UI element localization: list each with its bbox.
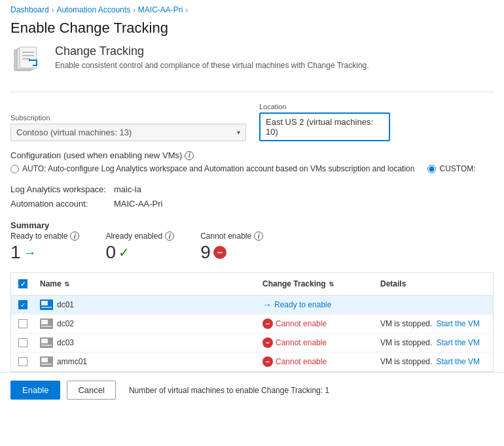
breadcrumb: Dashboard › Automation Accounts › MAIC-A…: [0, 0, 504, 17]
automation-account-label: Automation account:: [10, 197, 109, 211]
row2-tracking-cell: − Cannot enable: [257, 315, 375, 333]
feature-title: Change Tracking: [55, 44, 369, 58]
row2-block-icon: −: [262, 318, 273, 329]
location-dropdown[interactable]: East US 2 (virtual machines: 10): [259, 112, 390, 141]
footer: Enable Cancel Number of virtual machines…: [0, 372, 504, 407]
enabled-info-icon[interactable]: i: [165, 232, 174, 241]
row4-checkbox-cell[interactable]: [11, 353, 35, 370]
table-row: dc03 − Cannot enable VM is stopped. Star…: [11, 334, 493, 352]
workspace-info: Log Analytics workspace: maic-la Automat…: [10, 182, 494, 211]
log-analytics-row: Log Analytics workspace: maic-la: [10, 182, 494, 197]
row1-name: dc01: [57, 300, 74, 309]
feature-description: Enable consistent control and compliance…: [55, 61, 369, 70]
row2-checkbox-cell[interactable]: [11, 315, 35, 332]
log-analytics-label: Log Analytics workspace:: [10, 182, 109, 197]
radio-auto-label: AUTO: Auto-configure Log Analytics works…: [22, 164, 414, 173]
ready-info-icon[interactable]: i: [70, 232, 79, 241]
enabled-check-icon: ✓: [118, 245, 130, 260]
summary-title: Summary: [10, 220, 494, 230]
table-row: dc01 → Ready to enable: [11, 296, 493, 315]
radio-custom[interactable]: CUSTOM:: [427, 164, 475, 173]
breadcrumb-maic[interactable]: MAIC-AA-Pri: [138, 5, 183, 14]
row1-tracking-status: Ready to enable: [274, 300, 331, 309]
row4-vm-icon: [40, 356, 53, 367]
cannot-block-icon: −: [213, 246, 226, 259]
location-label: Location: [259, 103, 390, 111]
radio-custom-input[interactable]: [427, 165, 436, 173]
row2-tracking-status: Cannot enable: [276, 319, 327, 328]
row1-checkbox-cell[interactable]: [11, 296, 35, 313]
row3-checkbox[interactable]: [18, 338, 27, 347]
location-group: Location East US 2 (virtual machines: 10…: [259, 103, 390, 141]
select-all-header[interactable]: [11, 277, 35, 291]
summary-card-cannot: Cannot enable i 9 −: [200, 232, 263, 263]
location-value: East US 2 (virtual machines: 10): [266, 117, 384, 137]
row2-checkbox[interactable]: [18, 319, 27, 328]
row1-details-cell: [375, 301, 493, 309]
row4-details: VM is stopped.: [380, 357, 432, 366]
row2-details-cell: VM is stopped. Start the VM: [375, 315, 493, 332]
row2-vm-icon: [40, 318, 53, 329]
svg-rect-12: [41, 326, 52, 327]
breadcrumb-sep-2: ›: [133, 6, 135, 14]
page-title: Enable Change Tracking: [0, 17, 504, 44]
radio-auto[interactable]: AUTO: Auto-configure Log Analytics works…: [10, 164, 414, 173]
svg-rect-17: [41, 358, 48, 362]
subscription-dropdown[interactable]: Contoso (virtual machines: 13) ▾: [10, 124, 246, 141]
header-text: Change Tracking Enable consistent contro…: [55, 44, 369, 70]
vm-table: Name ⇅ Change Tracking ⇅ Details: [10, 272, 494, 372]
config-radio-row: AUTO: Auto-configure Log Analytics works…: [10, 164, 494, 173]
enabled-value: 0 ✓: [105, 242, 174, 263]
ready-arrow-icon: →: [24, 245, 37, 260]
svg-rect-9: [41, 307, 52, 308]
select-all-checkbox[interactable]: [18, 279, 27, 288]
table-row: dc02 − Cannot enable VM is stopped. Star…: [11, 315, 493, 334]
enable-button[interactable]: Enable: [10, 381, 60, 400]
row1-name-cell: dc01: [35, 296, 257, 314]
configuration-section: Configuration (used when enabling new VM…: [10, 150, 494, 173]
row1-ready-icon: →: [262, 300, 272, 310]
form-row: Subscription Contoso (virtual machines: …: [10, 103, 494, 141]
row2-start-link[interactable]: Start the VM: [436, 319, 480, 328]
enabled-label: Already enabled i: [105, 232, 174, 241]
summary-card-ready: Ready to enable i 1 →: [10, 232, 79, 263]
row4-tracking-status: Cannot enable: [276, 357, 327, 366]
summary-card-enabled: Already enabled i 0 ✓: [105, 232, 174, 263]
tracking-column-header[interactable]: Change Tracking ⇅: [257, 277, 375, 291]
config-info-icon[interactable]: i: [185, 151, 194, 160]
row4-block-icon: −: [262, 356, 273, 367]
row3-tracking-cell: − Cannot enable: [257, 334, 375, 352]
breadcrumb-sep-1: ›: [52, 6, 54, 14]
tracking-sort-icon: ⇅: [329, 281, 334, 288]
svg-rect-11: [41, 320, 48, 324]
ready-value: 1 →: [10, 242, 79, 263]
row3-details-cell: VM is stopped. Start the VM: [375, 334, 493, 351]
cancel-button[interactable]: Cancel: [67, 381, 115, 400]
row1-tracking-cell: → Ready to enable: [257, 296, 375, 314]
name-column-header[interactable]: Name ⇅: [35, 277, 257, 291]
svg-rect-18: [41, 364, 52, 365]
change-tracking-icon: [10, 44, 45, 78]
row1-checkbox[interactable]: [18, 300, 27, 309]
row4-name: ammc01: [57, 357, 87, 366]
row4-checkbox[interactable]: [18, 357, 27, 366]
breadcrumb-sep-3: ›: [185, 6, 188, 14]
row4-start-link[interactable]: Start the VM: [436, 357, 480, 366]
row2-details: VM is stopped.: [380, 319, 432, 328]
svg-rect-14: [41, 339, 48, 343]
summary-cards: Ready to enable i 1 → Already enabled i …: [10, 232, 494, 263]
cannot-info-icon[interactable]: i: [254, 232, 263, 241]
automation-account-row: Automation account: MAIC-AA-Pri: [10, 197, 494, 211]
breadcrumb-automation-accounts[interactable]: Automation Accounts: [56, 5, 130, 14]
footer-summary-text: Number of virtual machines to enable Cha…: [129, 386, 329, 395]
radio-auto-input[interactable]: [10, 165, 19, 173]
row3-checkbox-cell[interactable]: [11, 334, 35, 351]
breadcrumb-dashboard[interactable]: Dashboard: [10, 5, 49, 14]
details-column-header: Details: [375, 277, 493, 291]
cannot-value: 9 −: [200, 242, 263, 263]
summary-section: Summary Ready to enable i 1 → Already en…: [10, 220, 494, 263]
subscription-chevron-icon: ▾: [237, 129, 240, 136]
row3-start-link[interactable]: Start the VM: [436, 338, 480, 347]
subscription-group: Subscription Contoso (virtual machines: …: [10, 114, 246, 141]
table-row: ammc01 − Cannot enable VM is stopped. St…: [11, 352, 493, 371]
